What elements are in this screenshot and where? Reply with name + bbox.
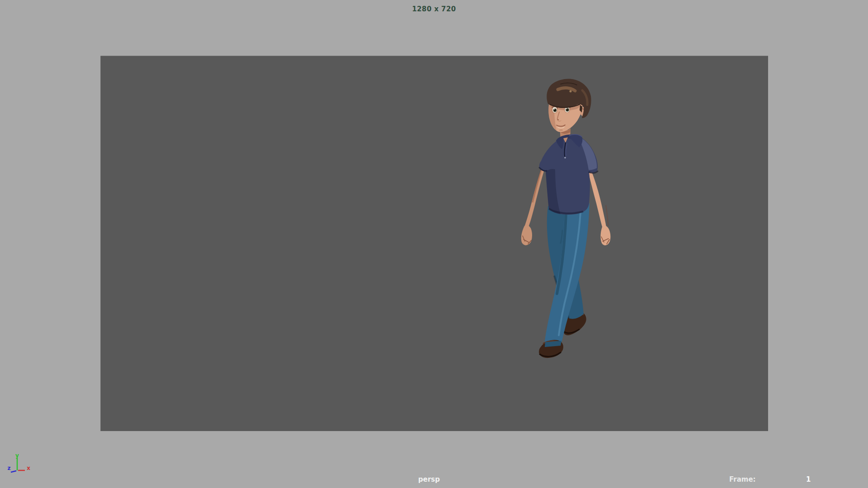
- axis-gizmo: y z x: [4, 451, 36, 478]
- frame-caption-label: Frame:: [729, 475, 756, 483]
- character-right-arm: [589, 171, 610, 245]
- playblast-window: { "window": { "background_color": "#a9a9…: [0, 0, 868, 488]
- character-front-shoe: [539, 340, 563, 358]
- frame-value: 1: [806, 475, 811, 483]
- shirt-button: [564, 157, 566, 159]
- axis-z-line: [11, 471, 16, 472]
- resolution-label: 1280 x 720: [0, 5, 868, 13]
- axis-z-label: z: [8, 465, 11, 471]
- character-shirt: [539, 134, 598, 215]
- character-model[interactable]: [511, 75, 615, 368]
- character-left-arm: [521, 166, 544, 245]
- axis-x-label: x: [27, 465, 30, 471]
- viewport-canvas[interactable]: [100, 56, 768, 431]
- axis-y-label: y: [15, 452, 19, 459]
